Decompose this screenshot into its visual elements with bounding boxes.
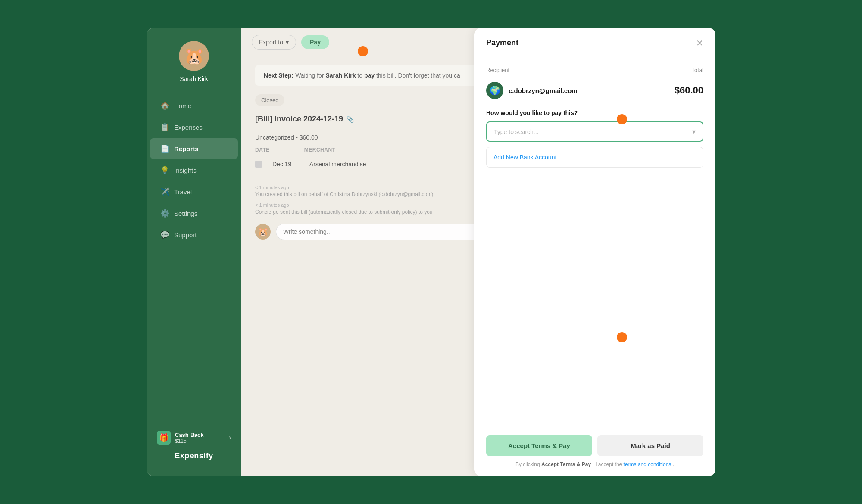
travel-icon: ✈️ [160,187,169,196]
date-column-header: DATE [255,147,270,153]
total-amount: $60.00 [675,85,703,96]
recipient-email: c.dobrzyn@gmail.com [509,87,669,94]
payment-actions: Accept Terms & Pay Mark as Paid [486,435,703,456]
user-name: Sarah Kirk [180,75,208,82]
recipient-avatar: 🌍 [486,82,503,99]
terms-link[interactable]: terms and conditions [624,461,671,467]
payment-panel: Payment ✕ Recipient Total 🌍 c.dobrzyn@gm… [474,28,715,476]
chevron-down-icon: ▾ [286,39,289,46]
sidebar-item-label-travel: Travel [174,188,192,196]
recipient-total-row: Recipient Total [486,67,703,73]
sidebar-item-travel[interactable]: ✈️ Travel [150,181,238,202]
sidebar-item-home[interactable]: 🏠 Home [150,95,238,116]
sidebar-item-label-support: Support [174,231,197,239]
chevron-right-icon: › [229,434,231,442]
payment-method-dropdown[interactable]: Type to search... ▾ [486,121,703,142]
sidebar-item-label-home: Home [174,102,191,109]
sidebar-item-label-expenses: Expenses [174,124,203,131]
app-logo: Expensify [157,445,231,460]
sidebar: 🐹 Sarah Kirk 🏠 Home 📋 Expenses 📄 Reports… [147,28,241,476]
sidebar-item-expenses[interactable]: 📋 Expenses [150,117,238,137]
search-placeholder: Type to search... [494,128,539,135]
sidebar-footer: 🎁 Cash Back $125 › Expensify [147,424,241,467]
cashback-icon: 🎁 [157,431,171,445]
terms-suffix: . [673,461,674,467]
next-step-label: Next Step: [264,72,294,79]
accept-terms-pay-button[interactable]: Accept Terms & Pay [486,435,592,456]
merchant-column-header: MERCHANT [304,147,336,153]
comment-avatar: 🐹 [255,224,271,240]
close-button[interactable]: ✕ [696,39,703,47]
pay-method-label: How would you like to pay this? [486,109,703,116]
sidebar-item-label-insights: Insights [174,167,197,174]
cashback-amount: $125 [175,438,225,444]
chevron-down-icon: ▾ [692,128,696,136]
reports-icon: 📄 [160,144,169,153]
recipient-label: Recipient [486,67,509,73]
sidebar-item-label-settings: Settings [174,210,197,217]
terms-prefix: By clicking [515,461,541,467]
add-bank-label: Add New Bank Account [493,154,556,161]
payment-body: Recipient Total 🌍 c.dobrzyn@gmail.com $6… [474,56,715,426]
expenses-icon: 📋 [160,123,169,131]
next-step-text: Waiting for Sarah Kirk to pay this bill.… [295,72,460,79]
mark-as-paid-button[interactable]: Mark as Paid [597,435,703,456]
cashback-label: Cash Back [175,432,225,438]
total-label: Total [692,67,703,73]
indicator-dot-2 [617,114,627,124]
export-label: Export to [259,39,283,46]
terms-bold: Accept Terms & Pay [541,461,591,467]
terms-middle: , I accept the [593,461,624,467]
cashback-item[interactable]: 🎁 Cash Back $125 › [157,431,231,445]
payment-footer: Accept Terms & Pay Mark as Paid By click… [474,426,715,476]
settings-icon: ⚙️ [160,209,169,218]
paperclip-icon: 📎 [347,116,354,123]
pay-button[interactable]: Pay [301,35,329,49]
avatar: 🐹 [179,41,209,71]
support-icon: 💬 [160,230,169,239]
home-icon: 🏠 [160,101,169,110]
insights-icon: 💡 [160,166,169,174]
terms-text: By clicking Accept Terms & Pay , I accep… [486,461,703,467]
indicator-dot-1 [358,46,368,56]
status-badge: Closed [255,94,284,106]
sidebar-item-settings[interactable]: ⚙️ Settings [150,203,238,224]
status-text: Closed [261,97,278,103]
expense-date: Dec 19 [272,161,303,168]
nav-menu: 🏠 Home 📋 Expenses 📄 Reports 💡 Insights ✈… [147,94,241,424]
sidebar-item-insights[interactable]: 💡 Insights [150,160,238,180]
receipt-icon [255,161,262,168]
indicator-dot-3 [617,332,627,342]
sidebar-item-support[interactable]: 💬 Support [150,224,238,245]
sidebar-item-label-reports: Reports [174,145,199,152]
export-button[interactable]: Export to ▾ [252,35,296,50]
payment-title: Payment [486,38,518,47]
sidebar-item-reports[interactable]: 📄 Reports [150,138,238,159]
add-bank-option[interactable]: Add New Bank Account [486,147,703,168]
payment-header: Payment ✕ [474,28,715,56]
recipient-info: 🌍 c.dobrzyn@gmail.com $60.00 [486,82,703,99]
